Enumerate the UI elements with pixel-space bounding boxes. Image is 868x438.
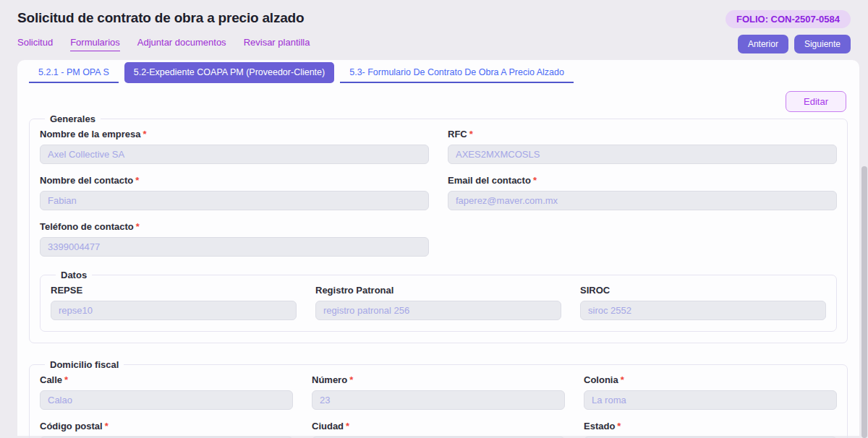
required-asterisk: *: [621, 374, 624, 385]
numero-input: [312, 390, 565, 410]
required-asterisk: *: [533, 175, 537, 186]
siguiente-button[interactable]: Siguiente: [794, 35, 851, 53]
generales-section: Generales Nombre de la empresa* RFC* Nom…: [29, 113, 848, 343]
nav-item-adjuntar-documentos[interactable]: Adjuntar documentos: [137, 37, 226, 51]
field-estado: Estado*: [584, 419, 837, 438]
required-asterisk: *: [105, 421, 109, 431]
required-asterisk: *: [64, 374, 68, 385]
form-tabs: 5.2.1 - PM OPA S 5.2-Expediente COAPA PM…: [29, 62, 848, 83]
tab-pm-opa-s[interactable]: 5.2.1 - PM OPA S: [29, 62, 119, 83]
scrollbar-thumb[interactable]: [861, 166, 867, 438]
field-calle: Calle*: [40, 373, 293, 410]
page-title: Solicitud de contrato de obra a precio a…: [17, 10, 304, 26]
required-asterisk: *: [469, 129, 473, 139]
field-numero: Número*: [312, 373, 565, 410]
datos-legend: Datos: [56, 270, 92, 280]
field-registro-patronal: Registro Patronal: [315, 283, 561, 320]
empresa-label: Nombre de la empresa*: [40, 129, 429, 139]
field-colonia: Colonia*: [584, 373, 837, 410]
breadcrumb-nav: Solicitud Formularios Adjuntar documento…: [17, 37, 310, 51]
email-contacto-label: Email del contacto*: [448, 175, 837, 186]
domicilio-fiscal-section: Domicilio fiscal Calle* Número* Colonia*…: [29, 359, 848, 438]
required-asterisk: *: [349, 374, 353, 385]
required-asterisk: *: [136, 221, 140, 232]
estado-label: Estado*: [584, 421, 837, 431]
anterior-button[interactable]: Anterior: [738, 35, 788, 53]
field-repse: REPSE: [51, 283, 297, 320]
email-contacto-input: [448, 191, 837, 210]
domicilio-fiscal-legend: Domicilio fiscal: [45, 359, 124, 370]
telefono-contacto-label: Teléfono de contacto*: [40, 221, 429, 232]
field-codigo-postal: Código postal*: [40, 419, 293, 438]
rfc-input: [448, 145, 837, 164]
field-nombre-contacto: Nombre del contacto*: [40, 173, 429, 210]
field-siroc: SIROC: [580, 283, 826, 320]
repse-input: [51, 301, 297, 320]
nombre-contacto-label: Nombre del contacto*: [40, 175, 429, 186]
required-asterisk: *: [135, 175, 139, 186]
siroc-label: SIROC: [580, 285, 826, 296]
vertical-scrollbar[interactable]: [861, 0, 868, 438]
nav-item-solicitud[interactable]: Solicitud: [17, 37, 53, 51]
folio-badge: FOLIO: CON-2507-0584: [726, 10, 851, 28]
nav-item-revisar-plantilla[interactable]: Revisar plantilla: [244, 37, 310, 51]
required-asterisk: *: [346, 421, 349, 431]
nombre-contacto-input: [40, 191, 429, 210]
colonia-label: Colonia*: [584, 374, 837, 385]
telefono-contacto-input: [40, 237, 429, 257]
ciudad-label: Ciudad*: [312, 421, 565, 431]
tab-formulario-contrato[interactable]: 5.3- Formulario De Contrato De Obra A Pr…: [340, 62, 574, 83]
required-asterisk: *: [617, 421, 621, 431]
repse-label: REPSE: [51, 285, 297, 296]
field-telefono-contacto: Teléfono de contacto*: [40, 220, 429, 257]
calle-label: Calle*: [40, 374, 293, 385]
siroc-input: [580, 301, 826, 320]
datos-section: Datos REPSE Registro Patronal SIROC: [40, 270, 837, 332]
rfc-label: RFC*: [448, 129, 837, 139]
colonia-input: [584, 390, 837, 410]
empresa-input: [40, 145, 429, 164]
nav-item-formularios[interactable]: Formularios: [70, 37, 120, 51]
page-header: Solicitud de contrato de obra a precio a…: [0, 0, 868, 53]
field-rfc: RFC*: [448, 127, 837, 164]
main-panel: 5.2.1 - PM OPA S 5.2-Expediente COAPA PM…: [17, 60, 859, 436]
editar-button[interactable]: Editar: [786, 91, 846, 112]
field-empresa: Nombre de la empresa*: [40, 127, 429, 164]
calle-input: [40, 390, 293, 410]
required-asterisk: *: [142, 129, 146, 139]
numero-label: Número*: [312, 374, 565, 385]
tab-expediente-coapa-pm[interactable]: 5.2-Expediente COAPA PM (Proveedor-Clien…: [124, 62, 334, 83]
codigo-postal-label: Código postal*: [40, 421, 293, 431]
generales-legend: Generales: [45, 113, 101, 124]
field-email-contacto: Email del contacto*: [448, 173, 837, 210]
field-ciudad: Ciudad*: [312, 419, 565, 438]
registro-patronal-label: Registro Patronal: [315, 285, 561, 296]
registro-patronal-input: [315, 301, 561, 320]
